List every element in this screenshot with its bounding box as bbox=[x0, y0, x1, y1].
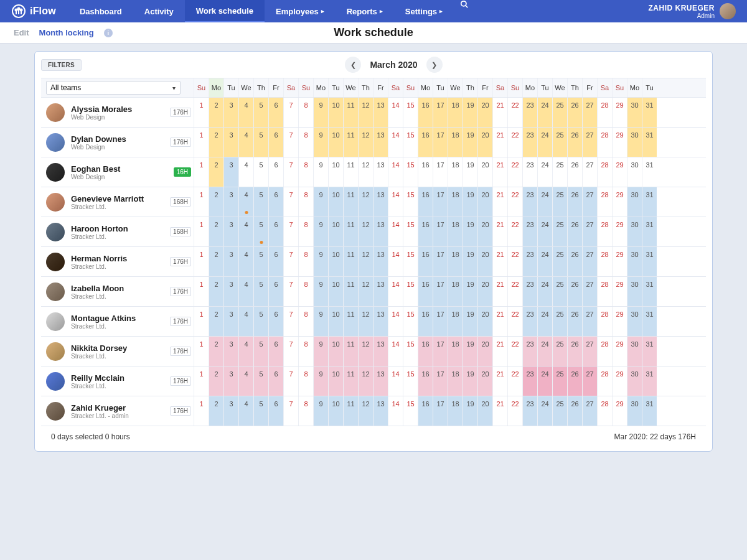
day-cell[interactable]: 16 bbox=[418, 396, 433, 426]
day-cell[interactable]: 9 bbox=[313, 366, 328, 396]
day-cell[interactable]: 12 bbox=[358, 337, 373, 366]
day-cell[interactable]: 7 bbox=[283, 128, 298, 157]
day-cell[interactable]: 9 bbox=[313, 307, 328, 336]
employee-cell[interactable]: Dylan DownesWeb Design bbox=[41, 128, 171, 157]
day-cell[interactable]: 30 bbox=[627, 366, 642, 396]
day-cell[interactable]: 26 bbox=[567, 187, 582, 217]
day-cell[interactable]: 28 bbox=[597, 337, 612, 366]
day-cell[interactable]: 27 bbox=[582, 396, 597, 426]
day-cell[interactable]: 3 bbox=[223, 247, 238, 276]
day-cell[interactable]: 27 bbox=[582, 157, 597, 187]
day-cell[interactable]: 23 bbox=[522, 128, 537, 157]
day-cell[interactable]: 2 bbox=[209, 157, 223, 187]
day-cell[interactable]: 1 bbox=[194, 98, 209, 127]
day-cell[interactable]: 15 bbox=[403, 277, 418, 306]
day-cell[interactable]: 23 bbox=[522, 277, 537, 306]
employee-cell[interactable]: Zahid KruegerStracker Ltd. - admin bbox=[41, 396, 171, 426]
day-cell[interactable]: 2 bbox=[209, 128, 223, 157]
day-cell[interactable]: 17 bbox=[433, 217, 448, 246]
day-cell[interactable]: 20 bbox=[477, 247, 492, 276]
day-cell[interactable]: 5 bbox=[253, 157, 268, 187]
day-cell[interactable]: 27 bbox=[582, 187, 597, 217]
day-cell[interactable]: 23 bbox=[522, 337, 537, 366]
day-cell[interactable]: 14 bbox=[388, 396, 403, 426]
day-cell[interactable]: 16 bbox=[418, 247, 433, 276]
day-cell[interactable]: 20 bbox=[477, 277, 492, 306]
day-cell[interactable]: 12 bbox=[358, 98, 373, 127]
day-cell[interactable]: 12 bbox=[358, 247, 373, 276]
day-cell[interactable]: 30 bbox=[627, 187, 642, 217]
day-cell[interactable]: 7 bbox=[283, 98, 298, 127]
day-cell[interactable]: 27 bbox=[582, 307, 597, 336]
day-cell[interactable]: 16 bbox=[418, 157, 433, 187]
day-cell[interactable]: 26 bbox=[567, 307, 582, 336]
day-cell[interactable]: 9 bbox=[313, 396, 328, 426]
employee-cell[interactable]: Reilly McclainStracker Ltd. bbox=[41, 366, 171, 396]
day-cell[interactable]: 28 bbox=[597, 366, 612, 396]
day-cell[interactable]: 24 bbox=[537, 157, 552, 187]
day-cell[interactable]: 30 bbox=[627, 157, 642, 187]
day-cell[interactable]: 19 bbox=[463, 128, 477, 157]
day-cell[interactable]: 6 bbox=[268, 337, 283, 366]
day-cell[interactable]: 6 bbox=[268, 187, 283, 217]
day-cell[interactable]: 28 bbox=[597, 396, 612, 426]
day-cell[interactable]: 18 bbox=[448, 157, 463, 187]
day-cell[interactable]: 17 bbox=[433, 337, 448, 366]
day-cell[interactable]: 7 bbox=[283, 157, 298, 187]
day-cell[interactable]: 28 bbox=[597, 247, 612, 276]
day-cell[interactable]: 6 bbox=[268, 277, 283, 306]
day-cell[interactable]: 13 bbox=[373, 366, 388, 396]
day-cell[interactable]: 27 bbox=[582, 337, 597, 366]
day-cell[interactable]: 21 bbox=[492, 277, 507, 306]
day-cell[interactable]: 15 bbox=[403, 247, 418, 276]
day-cell[interactable]: 21 bbox=[492, 157, 507, 187]
day-cell[interactable]: 15 bbox=[403, 187, 418, 217]
day-cell[interactable]: 27 bbox=[582, 217, 597, 246]
day-cell[interactable]: 15 bbox=[403, 128, 418, 157]
day-cell[interactable]: 1 bbox=[194, 366, 209, 396]
day-cell[interactable]: 17 bbox=[433, 157, 448, 187]
day-cell[interactable]: 4 bbox=[238, 98, 253, 127]
day-cell[interactable]: 14 bbox=[388, 366, 403, 396]
day-cell[interactable]: 29 bbox=[612, 337, 627, 366]
day-cell[interactable]: 28 bbox=[597, 187, 612, 217]
day-cell[interactable]: 31 bbox=[642, 366, 657, 396]
day-cell[interactable]: 23 bbox=[522, 98, 537, 127]
employee-cell[interactable]: Eoghan BestWeb Design bbox=[41, 157, 171, 187]
day-cell[interactable]: 9 bbox=[313, 247, 328, 276]
day-cell[interactable]: 29 bbox=[612, 277, 627, 306]
day-cell[interactable]: 29 bbox=[612, 247, 627, 276]
day-cell[interactable]: 12 bbox=[358, 128, 373, 157]
day-cell[interactable]: 25 bbox=[552, 217, 567, 246]
day-cell[interactable]: 8 bbox=[298, 217, 313, 246]
day-cell[interactable]: 27 bbox=[582, 247, 597, 276]
team-select[interactable]: All teams bbox=[46, 81, 181, 95]
day-cell[interactable]: 26 bbox=[567, 157, 582, 187]
day-cell[interactable]: 4 bbox=[238, 337, 253, 366]
day-cell[interactable]: 11 bbox=[343, 128, 358, 157]
day-cell[interactable]: 24 bbox=[537, 247, 552, 276]
day-cell[interactable]: 3 bbox=[223, 366, 238, 396]
day-cell[interactable]: 8 bbox=[298, 128, 313, 157]
day-cell[interactable]: 5 bbox=[253, 187, 268, 217]
day-cell[interactable]: 28 bbox=[597, 307, 612, 336]
day-cell[interactable]: 17 bbox=[433, 366, 448, 396]
day-cell[interactable]: 9 bbox=[313, 128, 328, 157]
day-cell[interactable]: 5 bbox=[253, 128, 268, 157]
day-cell[interactable]: 18 bbox=[448, 247, 463, 276]
day-cell[interactable]: 29 bbox=[612, 307, 627, 336]
day-cell[interactable]: 20 bbox=[477, 337, 492, 366]
day-cell[interactable]: 11 bbox=[343, 217, 358, 246]
day-cell[interactable]: 2 bbox=[209, 277, 223, 306]
day-cell[interactable]: 11 bbox=[343, 98, 358, 127]
day-cell[interactable]: 5 bbox=[253, 277, 268, 306]
day-cell[interactable]: 11 bbox=[343, 366, 358, 396]
day-cell[interactable]: 5 bbox=[253, 396, 268, 426]
day-cell[interactable]: 30 bbox=[627, 98, 642, 127]
employee-cell[interactable]: Nikkita DorseyStracker Ltd. bbox=[41, 337, 171, 366]
day-cell[interactable]: 6 bbox=[268, 396, 283, 426]
day-cell[interactable]: 8 bbox=[298, 307, 313, 336]
day-cell[interactable]: 13 bbox=[373, 128, 388, 157]
day-cell[interactable]: 11 bbox=[343, 277, 358, 306]
day-cell[interactable]: 10 bbox=[328, 366, 343, 396]
